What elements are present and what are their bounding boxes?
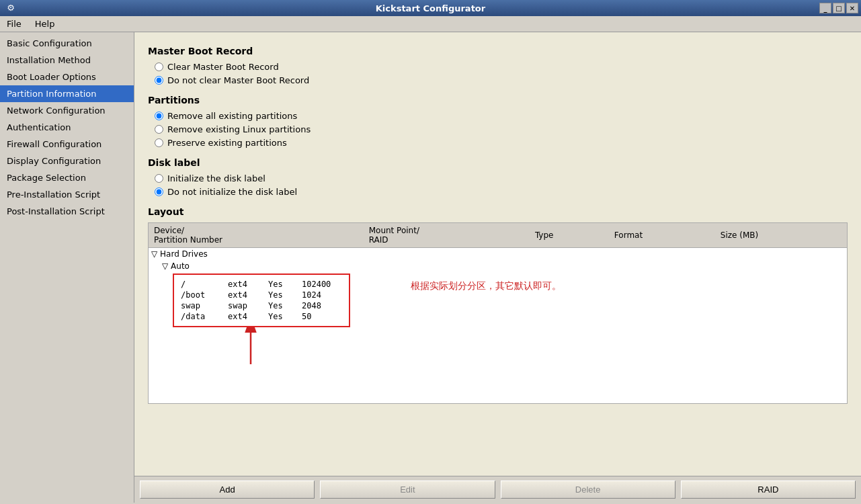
auto-toggle[interactable]: ▽: [162, 261, 168, 271]
main-content: Master Boot Record Clear Master Boot Rec…: [134, 32, 861, 476]
hard-drives-label: Hard Drives: [160, 249, 208, 259]
disk-label-title: Disk label: [148, 157, 848, 168]
partitions-preserve-label: Preserve existing partitions: [167, 138, 287, 148]
partitions-remove-linux-label: Remove existing Linux partitions: [167, 124, 311, 134]
auto-label: Auto: [171, 261, 190, 271]
app-body: Basic Configuration Installation Method …: [0, 32, 861, 503]
mbr-radio-group: Clear Master Boot Record Do not clear Ma…: [148, 62, 848, 85]
delete-button[interactable]: Delete: [501, 480, 675, 499]
layout-table-header: Device/Partition Number Mount Point/RAID…: [149, 223, 847, 248]
hard-drives-toggle[interactable]: ▽: [151, 249, 157, 259]
mbr-no-clear-label: Do not clear Master Boot Record: [167, 75, 309, 85]
partition-row-data: /data ext4 Yes 50: [181, 311, 342, 322]
tree-auto: ▽ Auto: [149, 260, 847, 272]
partitions-option-remove-all[interactable]: Remove all existing partitions: [155, 111, 848, 121]
annotation-area: 根据实际划分分区，其它默认即可。: [370, 274, 561, 292]
sidebar-item-basic-configuration[interactable]: Basic Configuration: [0, 35, 134, 52]
col-mount: Mount Point/RAID: [364, 223, 530, 248]
sidebar-item-authentication[interactable]: Authentication: [0, 119, 134, 136]
sidebar-item-display-configuration[interactable]: Display Configuration: [0, 153, 134, 169]
mbr-option-clear[interactable]: Clear Master Boot Record: [155, 62, 848, 72]
window-title: Kickstart Configurator: [376, 3, 485, 13]
disk-label-option-init[interactable]: Initialize the disk label: [155, 173, 848, 183]
edit-button[interactable]: Edit: [320, 480, 495, 499]
disk-label-no-init-label: Do not initialize the disk label: [167, 187, 297, 197]
menu-help[interactable]: Help: [31, 17, 59, 30]
mbr-option-no-clear[interactable]: Do not clear Master Boot Record: [155, 75, 848, 85]
sidebar: Basic Configuration Installation Method …: [0, 32, 134, 503]
disk-label-radio-group: Initialize the disk label Do not initial…: [148, 173, 848, 197]
sidebar-item-package-selection[interactable]: Package Selection: [0, 169, 134, 186]
mbr-clear-label: Clear Master Boot Record: [167, 62, 279, 72]
menu-file[interactable]: File: [3, 17, 26, 30]
disk-label-init-label: Initialize the disk label: [167, 173, 265, 183]
col-type: Type: [530, 223, 609, 248]
partitions-title: Partitions: [148, 95, 848, 106]
arrow-area: [197, 327, 842, 368]
partitions-option-remove-linux[interactable]: Remove existing Linux partitions: [155, 124, 848, 134]
partition-highlight-box: / ext4 Yes 102400 /boot ext4: [173, 274, 350, 327]
col-size: Size (MB): [715, 223, 847, 248]
add-button[interactable]: Add: [140, 480, 315, 499]
partitions-option-preserve[interactable]: Preserve existing partitions: [155, 138, 848, 148]
mbr-title: Master Boot Record: [148, 46, 848, 56]
partitions-radio-group: Remove all existing partitions Remove ex…: [148, 111, 848, 148]
layout-title: Layout: [148, 206, 848, 217]
window-controls: _ □ ✕: [819, 3, 858, 13]
sidebar-item-partition-information[interactable]: Partition Information: [0, 85, 134, 102]
partitions-section: Partitions Remove all existing partition…: [148, 95, 848, 148]
layout-table-container: Device/Partition Number Mount Point/RAID…: [148, 222, 848, 404]
partition-row-swap: swap swap Yes 2048: [181, 300, 342, 311]
col-device: Device/Partition Number: [149, 223, 364, 248]
disk-label-option-no-init[interactable]: Do not initialize the disk label: [155, 187, 848, 197]
sidebar-item-boot-loader-options[interactable]: Boot Loader Options: [0, 69, 134, 85]
layout-section: Layout Device/Partition Number Mount Poi…: [148, 206, 848, 404]
partitions-remove-all-label: Remove all existing partitions: [167, 111, 297, 121]
col-format: Format: [609, 223, 715, 248]
menu-bar: File Help: [0, 16, 861, 32]
arrow-icon: [224, 327, 278, 368]
partition-content-area: / ext4 Yes 102400 /boot ext4: [173, 274, 842, 327]
sidebar-item-post-installation-script[interactable]: Post-Installation Script: [0, 203, 134, 220]
bottom-buttons: Add Edit Delete RAID: [134, 476, 861, 503]
partition-row-boot: /boot ext4 Yes 1024: [181, 290, 342, 300]
sidebar-item-network-configuration[interactable]: Network Configuration: [0, 102, 134, 119]
tree-partition-content: / ext4 Yes 102400 /boot ext4: [149, 272, 847, 370]
raid-button[interactable]: RAID: [681, 480, 856, 499]
sidebar-item-pre-installation-script[interactable]: Pre-Installation Script: [0, 186, 134, 203]
minimize-button[interactable]: _: [819, 3, 831, 13]
annotation-text: 根据实际划分分区，其它默认即可。: [411, 280, 561, 292]
layout-table: Device/Partition Number Mount Point/RAID…: [149, 223, 847, 370]
mbr-section: Master Boot Record Clear Master Boot Rec…: [148, 46, 848, 85]
restore-button[interactable]: □: [833, 3, 845, 13]
app-icon: ⚙: [5, 3, 16, 13]
sidebar-item-firewall-configuration[interactable]: Firewall Configuration: [0, 136, 134, 153]
close-button[interactable]: ✕: [846, 3, 858, 13]
tree-hard-drives: ▽ Hard Drives: [149, 248, 847, 261]
title-bar: ⚙ Kickstart Configurator _ □ ✕: [0, 0, 861, 16]
partition-row-root: / ext4 Yes 102400: [181, 279, 342, 290]
disk-label-section: Disk label Initialize the disk label Do …: [148, 157, 848, 197]
sidebar-item-installation-method[interactable]: Installation Method: [0, 52, 134, 69]
